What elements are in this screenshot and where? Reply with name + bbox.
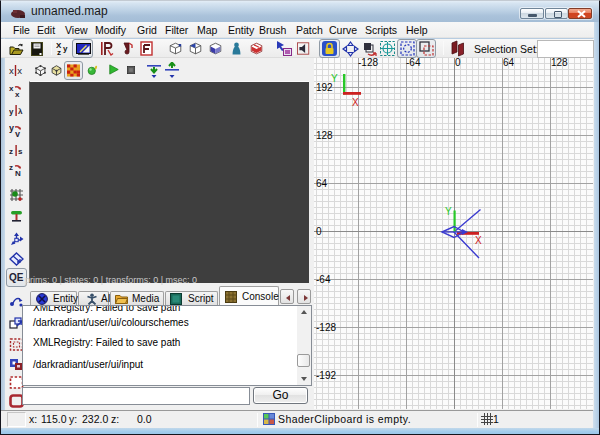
svg-text:X: X bbox=[475, 235, 482, 246]
svg-text:λ: λ bbox=[18, 107, 23, 116]
svg-text:x: x bbox=[9, 84, 14, 93]
svg-text:z: z bbox=[9, 163, 13, 172]
svg-text:x: x bbox=[17, 65, 22, 76]
svg-text:z: z bbox=[9, 147, 13, 156]
svg-text:y: y bbox=[9, 124, 14, 133]
svg-text:N: N bbox=[15, 169, 21, 176]
svg-text:y: y bbox=[63, 44, 68, 53]
svg-text:y: y bbox=[15, 129, 20, 137]
svg-text:z: z bbox=[57, 48, 61, 57]
svg-text:Y: Y bbox=[445, 206, 452, 217]
svg-text:x: x bbox=[9, 65, 14, 76]
svg-text:y: y bbox=[9, 107, 14, 116]
svg-text:s: s bbox=[18, 147, 23, 156]
svg-text:X: X bbox=[352, 97, 359, 108]
svg-text:Y: Y bbox=[331, 73, 338, 84]
svg-text:x: x bbox=[15, 90, 20, 97]
